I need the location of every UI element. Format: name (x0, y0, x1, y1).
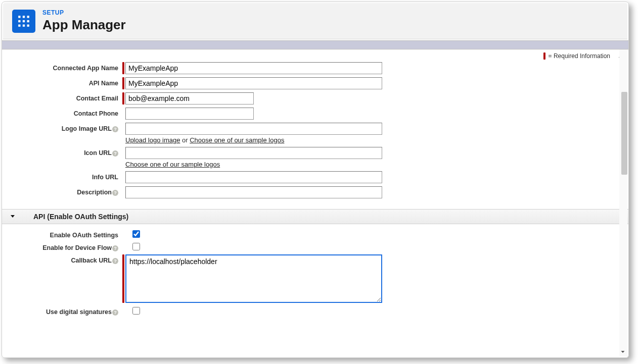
svg-rect-7 (23, 24, 25, 26)
use-digital-signatures-checkbox[interactable] (132, 307, 140, 315)
svg-rect-0 (18, 16, 20, 18)
help-icon[interactable]: ? (112, 150, 118, 157)
app-window: SETUP App Manager = Required Information… (2, 2, 629, 358)
section-collapse-icon[interactable] (9, 213, 16, 220)
api-name-input[interactable] (125, 77, 382, 89)
label-logo-image-url: Logo Image URL (62, 125, 112, 132)
logo-image-url-input[interactable] (125, 123, 382, 135)
label-description: Description (77, 189, 112, 196)
app-grid-icon (12, 10, 35, 33)
scroll-down-icon[interactable] (619, 348, 626, 355)
contact-phone-input[interactable] (125, 108, 254, 120)
svg-rect-5 (27, 20, 29, 22)
label-callback-url: Callback URL (71, 257, 112, 264)
description-input[interactable] (125, 186, 382, 198)
contact-email-input[interactable] (125, 92, 254, 105)
required-marker (122, 92, 124, 105)
choose-sample-logo-link[interactable]: Choose one of our sample logos (190, 136, 284, 144)
choose-sample-icon-link[interactable]: Choose one of our sample logos (125, 161, 220, 168)
header-kicker: SETUP (42, 9, 126, 16)
svg-rect-3 (18, 20, 20, 22)
upload-logo-link[interactable]: Upload logo image (125, 136, 180, 144)
form-content: = Required Information Connected App Nam… (2, 49, 628, 357)
required-marker-legend (543, 53, 545, 60)
label-info-url: Info URL (2, 171, 122, 181)
help-icon[interactable]: ? (112, 126, 118, 132)
svg-rect-8 (27, 24, 29, 26)
callback-url-textarea[interactable]: https://localhost/placeholder (125, 254, 382, 303)
label-connected-app-name: Connected App Name (2, 62, 122, 72)
header-divider (2, 40, 628, 49)
page-header: SETUP App Manager (3, 3, 627, 39)
label-icon-url: Icon URL (84, 149, 112, 157)
oauth-section-title: API (Enable OAuth Settings) (33, 213, 128, 221)
connected-app-name-input[interactable] (125, 62, 382, 74)
svg-rect-1 (23, 16, 25, 18)
svg-rect-2 (27, 16, 29, 18)
required-marker (122, 62, 124, 74)
help-icon[interactable]: ? (112, 258, 118, 264)
oauth-section-header: API (Enable OAuth Settings) (2, 209, 628, 224)
label-enable-oauth: Enable OAuth Settings (2, 229, 122, 239)
label-contact-phone: Contact Phone (2, 108, 122, 117)
label-contact-email: Contact Email (2, 92, 122, 102)
label-api-name: API Name (2, 77, 122, 87)
required-info-label: = Required Information (549, 53, 610, 60)
required-marker (122, 254, 124, 303)
help-icon[interactable]: ? (112, 190, 118, 196)
label-use-digital-signatures: Use digital signatures (46, 308, 112, 316)
required-marker (122, 77, 124, 89)
help-icon[interactable]: ? (112, 245, 118, 251)
info-url-input[interactable] (125, 171, 382, 183)
page-title: App Manager (42, 17, 126, 33)
scrollbar-thumb[interactable] (621, 92, 627, 175)
svg-rect-6 (18, 24, 20, 26)
or-text: or (182, 136, 188, 144)
enable-oauth-checkbox[interactable] (132, 230, 140, 238)
icon-url-input[interactable] (125, 147, 382, 159)
svg-rect-4 (23, 20, 25, 22)
help-icon[interactable]: ? (112, 309, 118, 316)
enable-device-flow-checkbox[interactable] (132, 243, 140, 250)
label-enable-device-flow: Enable for Device Flow (42, 244, 112, 251)
